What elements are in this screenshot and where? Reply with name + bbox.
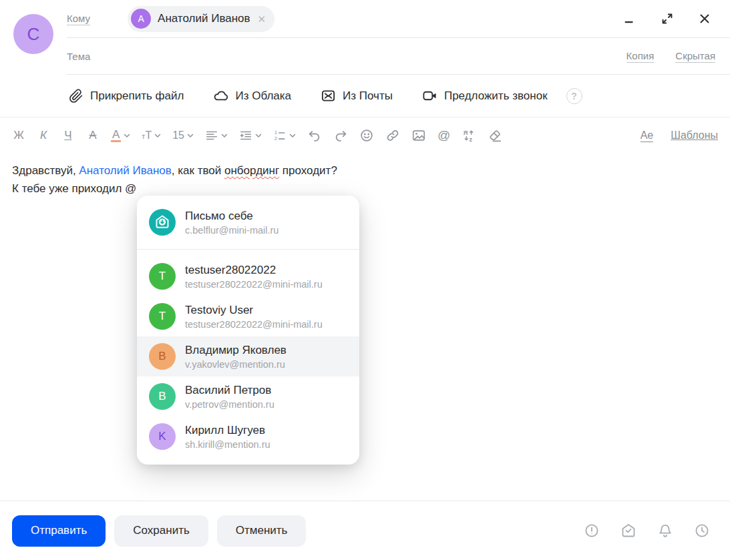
svg-text:Я: Я: [464, 129, 468, 136]
chevron-down-icon: [255, 133, 262, 138]
italic-button[interactable]: К: [37, 129, 50, 142]
compose-window: C Кому А Анатолий Иванов ✕ Тема Коп: [0, 0, 730, 560]
numbered-list-button[interactable]: 1 2: [273, 129, 296, 142]
schedule-send-button[interactable]: [694, 523, 710, 539]
from-cloud-button[interactable]: Из Облака: [213, 88, 291, 103]
redo-button[interactable]: [333, 128, 348, 143]
strikethrough-button[interactable]: А: [86, 129, 100, 142]
contact-avatar: B: [149, 343, 176, 370]
font-style-button[interactable]: тТ: [142, 129, 161, 142]
recipient-chip-avatar: А: [131, 9, 151, 29]
contact-avatar: B: [149, 383, 176, 410]
contact-avatar: K: [149, 423, 176, 450]
cc-link[interactable]: Копия: [626, 50, 655, 63]
letter-to-self-icon: [149, 209, 176, 236]
notify-button[interactable]: [657, 523, 673, 539]
close-icon: [697, 11, 712, 26]
suggestion-name: Владимир Яковлев: [185, 344, 287, 357]
bcc-link[interactable]: Скрытая: [675, 50, 715, 63]
signature-icon[interactable]: Ае: [641, 129, 654, 142]
contact-avatar: T: [149, 303, 176, 330]
suggestion-letter-to-self[interactable]: Письмо себе c.belflur@mini-mail.ru: [137, 202, 359, 242]
body-line-2: К тебе уже приходил @: [12, 180, 718, 198]
priority-button[interactable]: [584, 523, 600, 539]
suggestion-email: sh.kirill@mention.ru: [185, 439, 270, 450]
contact-suggestions-dropdown: Письмо себе c.belflur@mini-mail.ru T tes…: [137, 196, 359, 465]
align-left-icon: [205, 129, 218, 142]
text-color-button[interactable]: A: [111, 129, 130, 143]
chip-remove-icon[interactable]: ✕: [258, 14, 266, 24]
chevron-down-icon: [289, 133, 296, 138]
from-mail-label: Из Почты: [343, 89, 393, 103]
emoji-button[interactable]: [359, 128, 374, 143]
from-mail-button[interactable]: Из Почты: [321, 88, 393, 103]
envelope-check-icon: [620, 523, 636, 539]
cancel-button[interactable]: Отменить: [217, 515, 307, 547]
suggestion-email: testuser28022022@mini-mail.ru: [185, 279, 323, 290]
chevron-down-icon: [154, 133, 161, 138]
clear-format-button[interactable]: [488, 128, 502, 143]
misspelled-word: онбординг: [224, 164, 279, 177]
expand-button[interactable]: [659, 11, 675, 27]
font-size-select[interactable]: 15: [172, 129, 194, 142]
suggestion-contact[interactable]: T testuser28022022 testuser28022022@mini…: [137, 256, 359, 296]
suggestion-contact[interactable]: K Кирилл Шугуев sh.kirill@mention.ru: [137, 416, 359, 457]
message-body-editor[interactable]: Здравствуй, Анатолий Иванов, как твой он…: [0, 154, 730, 501]
indent-button[interactable]: [239, 129, 262, 142]
align-button[interactable]: [205, 129, 228, 142]
save-button[interactable]: Сохранить: [114, 515, 208, 547]
sender-avatar[interactable]: C: [13, 14, 53, 54]
suggestion-contact[interactable]: T Testoviy User testuser28022022@mini-ma…: [137, 296, 359, 336]
link-button[interactable]: [385, 128, 400, 143]
dropdown-divider: [137, 249, 359, 250]
from-cloud-label: Из Облака: [235, 89, 291, 103]
to-label[interactable]: Кому: [67, 13, 90, 25]
attach-toolbar: Прикрепить файл Из Облака Из Почты Предл…: [0, 75, 730, 117]
chevron-down-icon: [187, 133, 194, 138]
attach-file-button[interactable]: Прикрепить файл: [69, 89, 184, 103]
suggestion-email: c.belflur@mini-mail.ru: [185, 225, 279, 236]
mention-button[interactable]: @: [437, 128, 450, 143]
svg-text:z: z: [470, 136, 473, 143]
suggestion-email: v.yakovlev@mention.ru: [185, 359, 287, 370]
suggestion-name: Письмо себе: [185, 210, 279, 223]
close-button[interactable]: [697, 11, 713, 27]
image-icon: [411, 128, 426, 143]
redo-icon: [333, 128, 348, 143]
templates-link[interactable]: Шаблоны: [671, 129, 718, 142]
suggestion-name: Кирилл Шугуев: [185, 424, 270, 437]
translit-button[interactable]: Я z: [462, 128, 476, 143]
chevron-down-icon: [124, 133, 130, 138]
subject-input[interactable]: Тема: [67, 51, 90, 62]
bell-icon: [657, 523, 673, 539]
numbered-list-icon: 1 2: [273, 129, 287, 142]
suggest-call-button[interactable]: Предложить звонок: [422, 88, 548, 103]
video-call-icon: [422, 88, 437, 103]
help-icon[interactable]: ?: [566, 88, 582, 104]
send-button[interactable]: Отправить: [12, 515, 106, 547]
underline-button[interactable]: Ч: [61, 129, 75, 142]
paperclip-icon: [69, 89, 83, 103]
svg-text:2: 2: [275, 135, 277, 142]
expand-icon: [660, 11, 675, 26]
chevron-down-icon: [221, 133, 228, 138]
mention-recipient[interactable]: Анатолий Иванов: [79, 164, 172, 177]
recipient-chip[interactable]: А Анатолий Иванов ✕: [128, 6, 275, 32]
image-button[interactable]: [411, 128, 426, 143]
format-toolbar: Ж К Ч А A тТ 15: [0, 117, 730, 154]
eraser-icon: [488, 128, 502, 143]
undo-icon: [307, 128, 322, 143]
cloud-icon: [213, 88, 228, 103]
bold-button[interactable]: Ж: [12, 129, 25, 142]
suggestion-contact[interactable]: B Василий Петров v.petrov@mention.ru: [137, 376, 359, 416]
suggestion-name: Василий Петров: [185, 384, 275, 397]
suggestion-contact-highlighted[interactable]: B Владимир Яковлев v.yakovlev@mention.ru: [137, 336, 359, 376]
subject-row[interactable]: Тема Копия Скрытая: [67, 38, 730, 75]
indent-icon: [239, 129, 252, 142]
read-receipt-button[interactable]: [620, 523, 636, 539]
minimize-button[interactable]: [622, 11, 638, 27]
undo-button[interactable]: [307, 128, 322, 143]
footer-bar: Отправить Сохранить Отменить: [0, 501, 730, 560]
link-icon: [385, 128, 400, 143]
contact-avatar: T: [149, 263, 176, 290]
